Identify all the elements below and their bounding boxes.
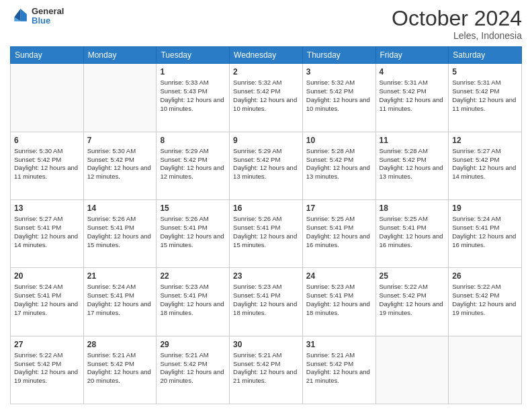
calendar-cell: 25Sunrise: 5:22 AM Sunset: 5:42 PM Dayli…: [375, 268, 449, 336]
day-number: 21: [87, 271, 153, 281]
day-info: Sunrise: 5:22 AM Sunset: 5:42 PM Dayligh…: [452, 283, 518, 317]
calendar-week-2: 6Sunrise: 5:30 AM Sunset: 5:42 PM Daylig…: [11, 132, 522, 199]
calendar-cell: 20Sunrise: 5:24 AM Sunset: 5:41 PM Dayli…: [11, 268, 84, 336]
day-number: 6: [14, 135, 80, 146]
calendar-table: SundayMondayTuesdayWednesdayThursdayFrid…: [10, 46, 522, 404]
calendar-title: October 2024: [392, 7, 522, 30]
calendar-cell: [83, 64, 157, 132]
day-number: 23: [233, 271, 299, 281]
day-number: 7: [87, 135, 153, 146]
day-number: 12: [452, 135, 518, 146]
day-number: 9: [233, 135, 299, 146]
day-number: 13: [14, 203, 80, 214]
calendar-week-1: 1Sunrise: 5:33 AM Sunset: 5:43 PM Daylig…: [11, 64, 522, 132]
calendar-cell: 31Sunrise: 5:21 AM Sunset: 5:42 PM Dayli…: [302, 336, 375, 404]
header-day-monday: Monday: [83, 47, 157, 64]
day-info: Sunrise: 5:33 AM Sunset: 5:43 PM Dayligh…: [160, 79, 226, 113]
calendar-cell: 23Sunrise: 5:23 AM Sunset: 5:41 PM Dayli…: [230, 268, 303, 336]
day-info: Sunrise: 5:25 AM Sunset: 5:41 PM Dayligh…: [380, 215, 445, 249]
day-info: Sunrise: 5:24 AM Sunset: 5:41 PM Dayligh…: [452, 215, 518, 249]
day-number: 24: [306, 271, 372, 281]
calendar-cell: 1Sunrise: 5:33 AM Sunset: 5:43 PM Daylig…: [157, 64, 230, 132]
day-info: Sunrise: 5:30 AM Sunset: 5:42 PM Dayligh…: [87, 147, 153, 181]
day-info: Sunrise: 5:27 AM Sunset: 5:41 PM Dayligh…: [14, 215, 80, 249]
day-number: 5: [452, 66, 518, 77]
day-info: Sunrise: 5:21 AM Sunset: 5:42 PM Dayligh…: [160, 351, 226, 385]
calendar-cell: 10Sunrise: 5:28 AM Sunset: 5:42 PM Dayli…: [302, 132, 375, 199]
day-info: Sunrise: 5:25 AM Sunset: 5:41 PM Dayligh…: [306, 215, 372, 249]
header-day-friday: Friday: [375, 47, 449, 64]
day-info: Sunrise: 5:24 AM Sunset: 5:41 PM Dayligh…: [87, 283, 153, 317]
day-number: 22: [160, 271, 226, 281]
calendar-cell: 12Sunrise: 5:27 AM Sunset: 5:42 PM Dayli…: [449, 132, 522, 199]
day-info: Sunrise: 5:22 AM Sunset: 5:42 PM Dayligh…: [14, 351, 80, 385]
title-block: October 2024 Leles, Indonesia: [392, 7, 522, 41]
day-info: Sunrise: 5:21 AM Sunset: 5:42 PM Dayligh…: [87, 351, 153, 385]
day-number: 8: [160, 135, 226, 146]
day-number: 14: [87, 203, 153, 214]
header-day-sunday: Sunday: [11, 47, 84, 64]
calendar-cell: 6Sunrise: 5:30 AM Sunset: 5:42 PM Daylig…: [11, 132, 84, 199]
calendar-cell: 4Sunrise: 5:31 AM Sunset: 5:42 PM Daylig…: [375, 64, 449, 132]
day-number: 16: [233, 203, 299, 214]
day-info: Sunrise: 5:31 AM Sunset: 5:42 PM Dayligh…: [380, 79, 445, 113]
calendar-cell: 14Sunrise: 5:26 AM Sunset: 5:41 PM Dayli…: [83, 199, 157, 267]
calendar-cell: 3Sunrise: 5:32 AM Sunset: 5:42 PM Daylig…: [302, 64, 375, 132]
day-info: Sunrise: 5:27 AM Sunset: 5:42 PM Dayligh…: [452, 147, 518, 181]
header-day-tuesday: Tuesday: [157, 47, 230, 64]
day-number: 3: [306, 66, 372, 77]
day-info: Sunrise: 5:24 AM Sunset: 5:41 PM Dayligh…: [14, 283, 80, 317]
day-info: Sunrise: 5:26 AM Sunset: 5:41 PM Dayligh…: [87, 215, 153, 249]
day-info: Sunrise: 5:31 AM Sunset: 5:42 PM Dayligh…: [452, 79, 518, 113]
calendar-cell: 21Sunrise: 5:24 AM Sunset: 5:41 PM Dayli…: [83, 268, 157, 336]
calendar-cell: 19Sunrise: 5:24 AM Sunset: 5:41 PM Dayli…: [449, 199, 522, 267]
day-number: 18: [380, 203, 445, 214]
logo-line1: General: [32, 7, 64, 16]
calendar-cell: 8Sunrise: 5:29 AM Sunset: 5:42 PM Daylig…: [157, 132, 230, 199]
calendar-cell: 13Sunrise: 5:27 AM Sunset: 5:41 PM Dayli…: [11, 199, 84, 267]
day-info: Sunrise: 5:26 AM Sunset: 5:41 PM Dayligh…: [160, 215, 226, 249]
day-info: Sunrise: 5:32 AM Sunset: 5:42 PM Dayligh…: [233, 79, 299, 113]
calendar-cell: [375, 336, 449, 404]
logo: General Blue: [10, 7, 64, 26]
calendar-week-5: 27Sunrise: 5:22 AM Sunset: 5:42 PM Dayli…: [11, 336, 522, 404]
calendar-cell: 17Sunrise: 5:25 AM Sunset: 5:41 PM Dayli…: [302, 199, 375, 267]
calendar-cell: [11, 64, 84, 132]
calendar-cell: 30Sunrise: 5:21 AM Sunset: 5:42 PM Dayli…: [230, 336, 303, 404]
day-number: 29: [160, 339, 226, 350]
day-info: Sunrise: 5:29 AM Sunset: 5:42 PM Dayligh…: [160, 147, 226, 181]
header: General Blue October 2024 Leles, Indones…: [10, 7, 522, 41]
calendar-cell: 16Sunrise: 5:26 AM Sunset: 5:41 PM Dayli…: [230, 199, 303, 267]
calendar-cell: 2Sunrise: 5:32 AM Sunset: 5:42 PM Daylig…: [230, 64, 303, 132]
calendar-week-4: 20Sunrise: 5:24 AM Sunset: 5:41 PM Dayli…: [11, 268, 522, 336]
day-number: 20: [14, 271, 80, 281]
calendar-cell: 5Sunrise: 5:31 AM Sunset: 5:42 PM Daylig…: [449, 64, 522, 132]
calendar-cell: 7Sunrise: 5:30 AM Sunset: 5:42 PM Daylig…: [83, 132, 157, 199]
day-number: 17: [306, 203, 372, 214]
logo-line2: Blue: [32, 16, 64, 26]
day-info: Sunrise: 5:23 AM Sunset: 5:41 PM Dayligh…: [160, 283, 226, 317]
day-number: 10: [306, 135, 372, 146]
day-number: 11: [380, 135, 445, 146]
calendar-cell: 22Sunrise: 5:23 AM Sunset: 5:41 PM Dayli…: [157, 268, 230, 336]
header-day-saturday: Saturday: [449, 47, 522, 64]
calendar-cell: 15Sunrise: 5:26 AM Sunset: 5:41 PM Dayli…: [157, 199, 230, 267]
day-info: Sunrise: 5:22 AM Sunset: 5:42 PM Dayligh…: [380, 283, 445, 317]
calendar-cell: 29Sunrise: 5:21 AM Sunset: 5:42 PM Dayli…: [157, 336, 230, 404]
day-number: 1: [160, 66, 226, 77]
day-info: Sunrise: 5:23 AM Sunset: 5:41 PM Dayligh…: [233, 283, 299, 317]
calendar-cell: 28Sunrise: 5:21 AM Sunset: 5:42 PM Dayli…: [83, 336, 157, 404]
day-info: Sunrise: 5:21 AM Sunset: 5:42 PM Dayligh…: [306, 351, 372, 385]
page: General Blue October 2024 Leles, Indones…: [0, 0, 532, 411]
day-number: 26: [452, 271, 518, 281]
day-number: 31: [306, 339, 372, 350]
calendar-header-row: SundayMondayTuesdayWednesdayThursdayFrid…: [11, 47, 522, 64]
day-info: Sunrise: 5:26 AM Sunset: 5:41 PM Dayligh…: [233, 215, 299, 249]
calendar-subtitle: Leles, Indonesia: [392, 30, 522, 41]
day-info: Sunrise: 5:32 AM Sunset: 5:42 PM Dayligh…: [306, 79, 372, 113]
header-day-thursday: Thursday: [302, 47, 375, 64]
calendar-cell: 27Sunrise: 5:22 AM Sunset: 5:42 PM Dayli…: [11, 336, 84, 404]
day-info: Sunrise: 5:30 AM Sunset: 5:42 PM Dayligh…: [14, 147, 80, 181]
calendar-cell: 9Sunrise: 5:29 AM Sunset: 5:42 PM Daylig…: [230, 132, 303, 199]
day-info: Sunrise: 5:23 AM Sunset: 5:41 PM Dayligh…: [306, 283, 372, 317]
